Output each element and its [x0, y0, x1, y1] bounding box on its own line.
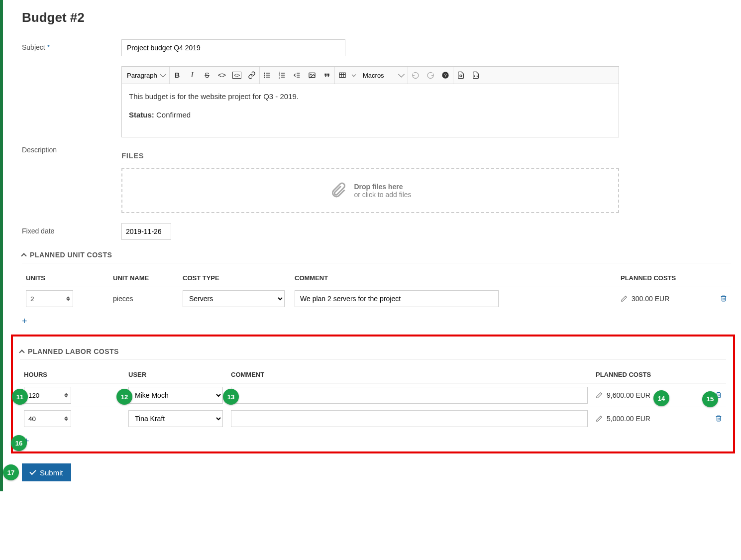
status-value: Confirmed [156, 111, 191, 119]
bold-icon[interactable]: B [170, 67, 185, 84]
stepper-down-icon[interactable] [64, 419, 68, 421]
svg-rect-17 [339, 73, 345, 77]
editor-text-line: This budget is for the website project f… [129, 92, 612, 101]
table-icon[interactable] [335, 67, 350, 84]
table-chevron-icon[interactable] [350, 67, 358, 84]
format-select[interactable]: Paragraph [122, 67, 169, 84]
table-row: Tina Kraft 5,000.00 EUR [20, 407, 726, 431]
editor-body[interactable]: This budget is for the website project f… [122, 84, 619, 137]
labor-comment-input[interactable] [231, 387, 588, 404]
stepper-down-icon[interactable] [64, 396, 68, 398]
th-comment: COMMENT [291, 270, 617, 287]
check-icon [29, 468, 36, 474]
svg-point-1 [264, 75, 265, 75]
tour-marker: 16 [11, 435, 27, 451]
tour-marker: 11 [12, 389, 28, 405]
planned-cost-value: 300.00 EUR [632, 295, 669, 303]
image-icon[interactable] [305, 67, 319, 84]
trash-icon[interactable] [715, 416, 722, 424]
tour-marker: 17 [3, 464, 19, 480]
unit-comment-input[interactable] [295, 290, 499, 307]
help-icon[interactable]: ? [438, 67, 453, 84]
outdent-icon[interactable] [290, 67, 305, 84]
th-unit-name: UNIT NAME [109, 270, 179, 287]
submit-button[interactable]: Submit [22, 463, 71, 481]
th-planned: PLANNED COSTS [592, 367, 711, 384]
page-left-accent [0, 0, 3, 491]
dropzone-line2: or click to add files [354, 191, 411, 199]
tour-marker: 12 [116, 389, 132, 405]
strike-icon[interactable]: S [200, 67, 214, 84]
macros-select[interactable]: Macros [358, 67, 408, 84]
unit-costs-heading: PLANNED UNIT COSTS [30, 251, 112, 259]
unit-name-cell: pieces [109, 287, 179, 311]
labor-comment-input[interactable] [231, 410, 588, 427]
bullet-list-icon[interactable] [260, 67, 275, 84]
files-heading: FILES [121, 151, 619, 163]
quote-icon[interactable] [319, 67, 334, 84]
svg-point-2 [264, 77, 265, 77]
user-select[interactable]: Tina Kraft [128, 410, 223, 427]
svg-text:?: ? [444, 73, 446, 78]
fixed-date-label: Fixed date [22, 223, 121, 235]
numbered-list-icon[interactable]: 123 [275, 67, 290, 84]
svg-point-0 [264, 73, 265, 73]
user-select[interactable]: Mike Moch [128, 387, 223, 404]
pencil-icon[interactable] [596, 392, 603, 399]
editor-toolbar: Paragraph B I S <> <> 123 [122, 67, 619, 84]
svg-point-16 [311, 74, 312, 75]
th-cost-type: COST TYPE [179, 270, 291, 287]
italic-icon[interactable]: I [185, 67, 200, 84]
planned-cost-value: 9,600.00 EUR [607, 391, 650, 399]
table-row: pieces Servers 300.00 EUR [22, 287, 731, 311]
file-dropzone[interactable]: Drop files here or click to add files [121, 168, 619, 213]
code-icon[interactable]: <> [214, 67, 229, 84]
svg-point-23 [460, 75, 462, 77]
tour-marker: 15 [702, 391, 718, 407]
description-label: Description [22, 66, 121, 154]
preview-icon[interactable] [453, 67, 468, 84]
pencil-icon[interactable] [621, 295, 628, 302]
labor-costs-highlight: PLANNED LABOR COSTS HOURS USER COMMENT P… [11, 335, 735, 453]
tour-marker: 13 [223, 389, 239, 405]
th-hours: HOURS [20, 367, 124, 384]
stepper-down-icon[interactable] [66, 299, 70, 301]
link-icon[interactable] [244, 67, 259, 84]
subject-label: Subject* [22, 39, 121, 51]
status-label: Status: [129, 111, 154, 119]
source-icon[interactable] [468, 67, 483, 84]
trash-icon[interactable] [720, 296, 727, 304]
labor-costs-section-toggle[interactable]: PLANNED LABOR COSTS [20, 347, 726, 360]
cost-type-select[interactable]: Servers [183, 290, 285, 307]
planned-cost-value: 5,000.00 EUR [607, 415, 650, 423]
chevron-up-icon [19, 349, 24, 355]
pencil-icon[interactable] [596, 415, 603, 422]
fixed-date-input[interactable] [121, 223, 171, 240]
stepper-up-icon[interactable] [66, 297, 70, 299]
paperclip-icon [329, 182, 347, 200]
svg-text:3: 3 [279, 77, 280, 79]
chevron-up-icon [21, 253, 26, 258]
add-unit-row-button[interactable]: + [22, 316, 27, 327]
labor-costs-heading: PLANNED LABOR COSTS [28, 347, 119, 355]
page-title: Budget #2 [22, 10, 731, 25]
th-user: USER [124, 367, 227, 384]
stepper-up-icon[interactable] [64, 417, 68, 419]
th-planned: PLANNED COSTS [617, 270, 716, 287]
rich-text-editor: Paragraph B I S <> <> 123 [121, 66, 619, 137]
th-units: UNITS [22, 270, 109, 287]
th-comment: COMMENT [227, 367, 592, 384]
redo-icon[interactable] [423, 67, 438, 84]
dropzone-line1: Drop files here [354, 183, 411, 191]
stepper-up-icon[interactable] [64, 393, 68, 395]
subject-input[interactable] [121, 39, 345, 56]
tour-marker: 14 [653, 390, 669, 406]
codeblock-icon[interactable]: <> [229, 67, 244, 84]
unit-costs-section-toggle[interactable]: PLANNED UNIT COSTS [22, 251, 731, 263]
undo-icon[interactable] [408, 67, 423, 84]
